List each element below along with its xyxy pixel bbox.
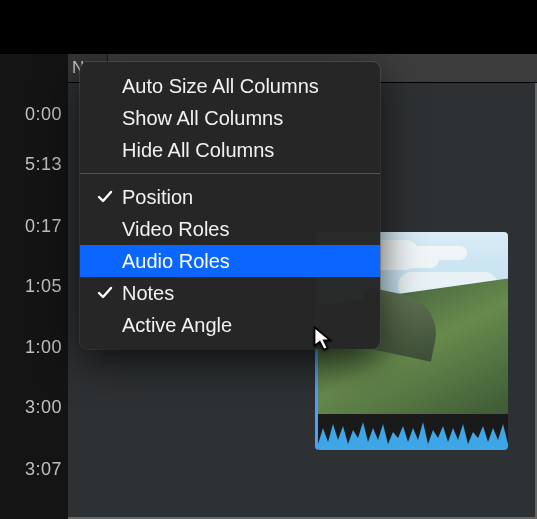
timecode-value: 0:17 [2,217,62,235]
menu-item-label: Auto Size All Columns [122,75,319,97]
timecode-value: 5:13 [2,155,62,173]
menu-item-label: Show All Columns [122,107,283,129]
menu-item-label: Audio Roles [122,250,230,272]
checkmark-icon [94,277,116,309]
menu-item-label: Hide All Columns [122,139,274,161]
menu-item-label: Video Roles [122,218,229,240]
timecode-value: 1:05 [2,277,62,295]
menu-item-auto-size-columns[interactable]: Auto Size All Columns [80,70,380,102]
checkmark-icon [94,181,116,213]
menu-item-notes[interactable]: Notes [80,277,380,309]
menu-item-audio-roles[interactable]: Audio Roles [80,245,380,277]
menu-item-active-angle[interactable]: Active Angle [80,309,380,341]
menu-separator [80,173,380,174]
menu-item-label: Position [122,186,193,208]
timecode-value: 1:00 [2,338,62,356]
top-bar-area [0,0,537,54]
menu-item-label: Notes [122,282,174,304]
app-window: N 0:00 5:13 0:17 1:05 1:00 3:00 3:07 Aut… [0,0,537,519]
menu-item-show-all-columns[interactable]: Show All Columns [80,102,380,134]
timecode-value: 0:00 [2,105,62,123]
audio-waveform [318,414,508,450]
menu-item-label: Active Angle [122,314,232,336]
timecode-value: 3:00 [2,398,62,416]
menu-item-video-roles[interactable]: Video Roles [80,213,380,245]
menu-item-hide-all-columns[interactable]: Hide All Columns [80,134,380,166]
column-context-menu: Auto Size All Columns Show All Columns H… [80,62,380,349]
timecode-value: 3:07 [2,460,62,478]
menu-item-position[interactable]: Position [80,181,380,213]
